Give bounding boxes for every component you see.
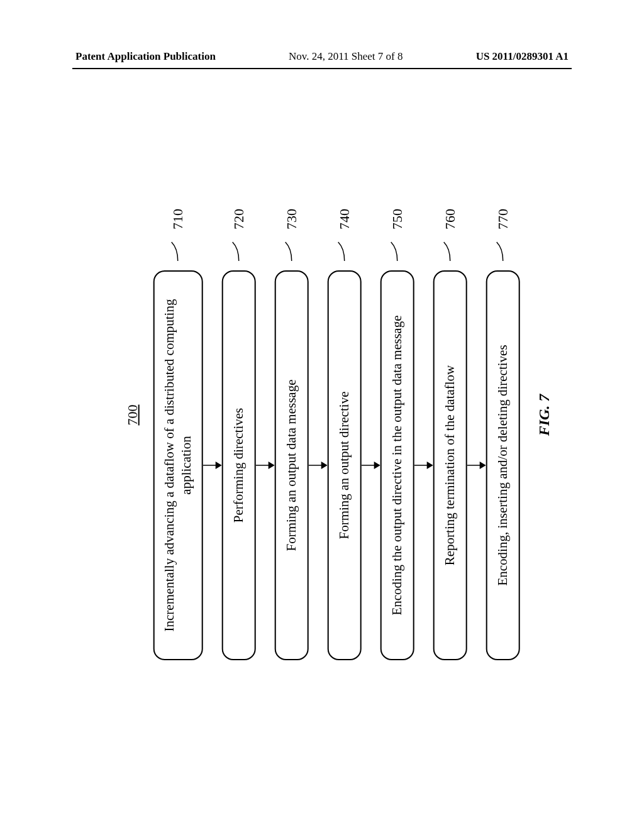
flow-arrow	[414, 270, 433, 660]
header-divider	[72, 68, 572, 69]
flow-step: Performing directives 720	[221, 170, 255, 660]
arrow-down-icon	[361, 459, 380, 472]
label-connector-icon	[169, 236, 187, 261]
header-left: Patent Application Publication	[75, 50, 216, 63]
flow-step-label: 710	[169, 209, 187, 261]
figure-caption-wrapper: FIG. 7	[523, 407, 565, 424]
flow-step: Incrementally advancing a dataflow of a …	[153, 170, 203, 660]
flow-step-label: 740	[335, 209, 353, 261]
step-number: 770	[494, 209, 511, 230]
flow-box: Forming an output data message	[274, 270, 308, 660]
arrow-down-icon	[255, 459, 274, 472]
header-right: US 2011/0289301 A1	[476, 50, 569, 63]
flow-arrow	[203, 270, 221, 660]
flow-step-label: 720	[229, 209, 248, 261]
flow-box: Encoding, inserting and/or deleting dire…	[486, 270, 519, 660]
svg-marker-1	[215, 462, 221, 469]
flow-arrow	[361, 270, 380, 660]
svg-marker-9	[426, 462, 433, 469]
arrow-down-icon	[467, 459, 486, 472]
flow-box: Reporting termination of the dataflow	[433, 270, 467, 660]
flow-step-label: 760	[440, 209, 459, 261]
label-connector-icon	[335, 236, 353, 261]
diagram-number: 700	[125, 170, 141, 660]
figure-caption: FIG. 7	[536, 394, 553, 436]
flow-box: Forming an output directive	[327, 270, 361, 660]
svg-marker-5	[321, 462, 327, 469]
flow-box: Performing directives	[221, 270, 255, 660]
svg-marker-3	[268, 462, 274, 469]
svg-marker-7	[374, 462, 380, 469]
arrow-down-icon	[203, 459, 221, 472]
step-number: 760	[441, 209, 458, 230]
flow-step: Encoding, inserting and/or deleting dire…	[486, 170, 519, 660]
flow-step: Reporting termination of the dataflow 76…	[433, 170, 467, 660]
flow-arrow	[467, 270, 486, 660]
step-number: 710	[170, 209, 186, 230]
flowchart-diagram: 700 Incrementally advancing a dataflow o…	[125, 170, 520, 660]
label-connector-icon	[387, 236, 406, 261]
flow-box: Encoding the output directive in the out…	[380, 270, 414, 660]
arrow-down-icon	[414, 459, 433, 472]
label-connector-icon	[440, 236, 459, 261]
label-connector-icon	[229, 236, 248, 261]
flow-step-label: 730	[282, 209, 301, 261]
flow-box: Incrementally advancing a dataflow of a …	[153, 270, 203, 660]
arrow-down-icon	[308, 459, 327, 472]
flow-step: Forming an output data message 730	[274, 170, 308, 660]
flow-step: Encoding the output directive in the out…	[380, 170, 414, 660]
flow-step: Forming an output directive 740	[327, 170, 361, 660]
step-number: 750	[389, 209, 405, 230]
page-header: Patent Application Publication Nov. 24, …	[0, 50, 644, 63]
step-number: 720	[230, 209, 247, 230]
svg-marker-11	[479, 462, 486, 469]
flow-arrow	[255, 270, 274, 660]
label-connector-icon	[493, 236, 512, 261]
step-number: 740	[336, 209, 352, 230]
flow-step-label: 770	[493, 209, 512, 261]
flow-arrow	[308, 270, 327, 660]
header-center: Nov. 24, 2011 Sheet 7 of 8	[289, 50, 402, 63]
step-number: 730	[283, 209, 299, 230]
flow-step-label: 750	[387, 209, 406, 261]
label-connector-icon	[282, 236, 301, 261]
